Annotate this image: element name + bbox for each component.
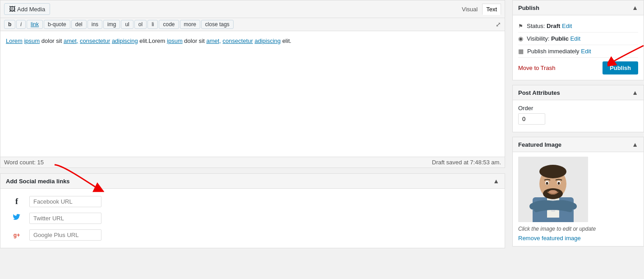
format-code[interactable]: code: [159, 20, 179, 29]
click-to-edit-text: Click the image to edit or update: [518, 226, 596, 232]
format-bquote[interactable]: b-quote: [44, 20, 70, 29]
format-bold[interactable]: b: [4, 20, 15, 29]
post-attributes-collapse[interactable]: ▲: [632, 89, 638, 96]
link-consectetur2[interactable]: consectetur: [223, 37, 253, 44]
format-more[interactable]: more: [180, 20, 200, 29]
link-adipiscing2[interactable]: adipiscing: [254, 37, 281, 44]
status-value: Draft: [547, 23, 560, 29]
status-row: ⚑ Status: Draft Edit: [518, 20, 638, 33]
format-toolbar: b i link b-quote del ins img ul ol li co…: [0, 18, 505, 31]
link-ipsum1[interactable]: ipsum: [24, 37, 40, 44]
visibility-row: ◉ Visibility: Public Edit: [518, 33, 638, 45]
link-amet2[interactable]: amet,: [206, 37, 221, 44]
status-label: Status:: [527, 23, 545, 29]
format-li[interactable]: li: [147, 20, 158, 29]
googleplus-url-input[interactable]: [29, 229, 101, 241]
featured-image-header: Featured Image ▲: [513, 137, 644, 152]
visibility-eye-icon: ◉: [518, 35, 523, 42]
twitter-icon: [11, 214, 22, 223]
twitter-url-input[interactable]: [29, 213, 101, 224]
format-ol[interactable]: ol: [134, 20, 147, 29]
editor-footer: Word count: 15 Draft saved at 7:48:53 am…: [0, 157, 505, 168]
svg-point-13: [558, 182, 560, 185]
social-box-content: f g+: [0, 189, 505, 248]
visibility-edit-link[interactable]: Edit: [570, 35, 580, 42]
sidebar: Publish ▲ ⚑ Status: Draft Edit ◉ Visibil…: [509, 0, 644, 279]
format-ins[interactable]: ins: [87, 20, 102, 29]
draft-saved: Draft saved at 7:48:53 am.: [432, 159, 501, 166]
facebook-url-input[interactable]: [29, 196, 101, 207]
featured-image-title: Featured Image: [518, 141, 561, 148]
social-box-title: Add Social media links: [6, 178, 70, 185]
editor-tabs: Visual Text: [458, 4, 501, 15]
visibility-value: Public: [551, 35, 569, 42]
tab-text[interactable]: Text: [482, 4, 501, 15]
publish-button[interactable]: Publish: [603, 61, 638, 74]
googleplus-icon: g+: [11, 232, 22, 238]
post-attributes-header: Post Attributes ▲: [513, 85, 644, 100]
visibility-label: Visibility:: [527, 35, 549, 42]
link-consectetur1[interactable]: consectetur: [80, 37, 110, 44]
expand-icon[interactable]: ⤢: [496, 21, 501, 28]
featured-image-box: Featured Image ▲: [512, 137, 644, 246]
featured-image-content: Click the image to edit or update Remove…: [513, 152, 644, 246]
publish-time-edit-link[interactable]: Edit: [581, 48, 591, 55]
add-media-icon: 🖼: [9, 5, 15, 13]
featured-image-thumbnail[interactable]: [518, 157, 588, 222]
publish-time-value: immediately: [548, 48, 579, 55]
remove-featured-image-link[interactable]: Remove featured image: [518, 235, 581, 242]
link-amet1[interactable]: amet,: [64, 37, 78, 44]
editor-content-area[interactable]: Lorem ipsum dolor sit amet, consectetur …: [0, 31, 505, 157]
format-link[interactable]: link: [27, 20, 43, 29]
post-attributes-content: Order: [513, 100, 644, 132]
word-count: Word count: 15: [4, 159, 44, 166]
format-del[interactable]: del: [71, 20, 87, 29]
format-italic[interactable]: i: [16, 20, 26, 29]
social-row-twitter: [11, 213, 494, 224]
publish-box-header: Publish ▲: [513, 0, 644, 15]
social-box-collapse[interactable]: ▲: [493, 177, 499, 185]
move-to-trash-link[interactable]: Move to Trash: [518, 65, 555, 71]
format-ul[interactable]: ul: [121, 20, 133, 29]
publish-time-label: Publish: [527, 48, 547, 55]
publish-box-title: Publish: [518, 5, 539, 11]
publish-actions: Move to Trash Publish: [518, 58, 638, 75]
add-media-label: Add Media: [17, 6, 45, 13]
social-media-box: Add Social media links ▲ f g: [0, 173, 505, 248]
link-lorem1[interactable]: Lorem: [6, 37, 23, 44]
order-input[interactable]: [518, 113, 545, 125]
link-adipiscing1[interactable]: adipiscing: [112, 37, 138, 44]
publish-time-row: ▦ Publish immediately Edit: [518, 45, 638, 58]
editor-text: Lorem ipsum dolor sit amet, consectetur …: [6, 37, 499, 46]
add-media-button[interactable]: 🖼 Add Media: [4, 3, 50, 15]
featured-image-collapse[interactable]: ▲: [632, 141, 638, 148]
status-edit-link[interactable]: Edit: [562, 23, 572, 29]
social-box-header: Add Social media links ▲: [0, 174, 505, 189]
svg-point-12: [546, 182, 548, 185]
post-attributes-title: Post Attributes: [518, 89, 560, 96]
post-attributes-box: Post Attributes ▲ Order: [512, 85, 644, 132]
publish-box: Publish ▲ ⚑ Status: Draft Edit ◉ Visibil…: [512, 0, 644, 80]
svg-point-7: [539, 165, 566, 178]
featured-image-svg: [518, 157, 588, 222]
calendar-icon: ▦: [518, 48, 524, 55]
editor-topbar: 🖼 Add Media Visual Text: [0, 0, 505, 18]
social-row-facebook: f: [11, 196, 494, 207]
format-img[interactable]: img: [103, 20, 120, 29]
link-ipsum2[interactable]: ipsum: [167, 37, 183, 44]
order-label: Order: [518, 105, 638, 112]
status-flag-icon: ⚑: [518, 23, 523, 29]
tab-visual[interactable]: Visual: [458, 4, 481, 15]
social-row-googleplus: g+: [11, 229, 494, 241]
publish-box-content: ⚑ Status: Draft Edit ◉ Visibility: Publi…: [513, 15, 644, 80]
format-close-tags[interactable]: close tags: [201, 20, 234, 29]
facebook-icon: f: [11, 197, 22, 206]
publish-box-collapse[interactable]: ▲: [632, 4, 638, 11]
